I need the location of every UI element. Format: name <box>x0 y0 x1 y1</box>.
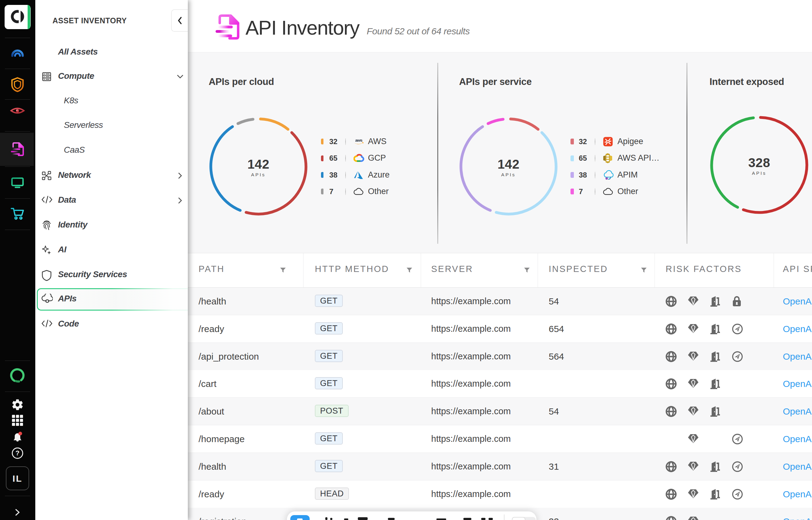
svg-text:?: ? <box>15 449 19 457</box>
svg-text:aws: aws <box>355 138 362 142</box>
